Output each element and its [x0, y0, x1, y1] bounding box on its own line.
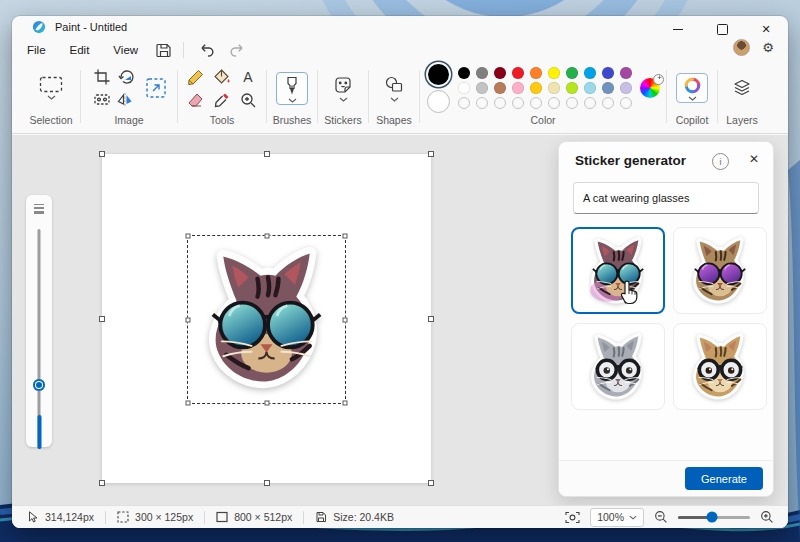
palette-color-swatch[interactable]	[494, 82, 506, 94]
sticker-result-tabby-cat-purple-sunglasses[interactable]	[673, 227, 767, 314]
account-avatar[interactable]	[733, 39, 750, 56]
selection-size-icon	[117, 511, 129, 523]
copilot-icon	[684, 77, 701, 94]
sticker-result-tabby-kitten-round-glasses[interactable]	[673, 323, 767, 410]
flip-icon[interactable]	[117, 90, 135, 108]
info-icon[interactable]: i	[712, 153, 729, 170]
canvas-resize-handle[interactable]	[428, 480, 434, 486]
zoom-in-icon[interactable]	[760, 510, 774, 524]
fill-bucket-icon[interactable]	[213, 68, 231, 86]
canvas-resize-handle[interactable]	[428, 151, 434, 157]
canvas-resize-handle[interactable]	[99, 151, 105, 157]
selection-resize-handle[interactable]	[343, 234, 348, 239]
fit-to-window-icon[interactable]	[565, 511, 580, 524]
selection-resize-handle[interactable]	[264, 401, 269, 406]
palette-empty-slot[interactable]	[494, 97, 506, 109]
background-color-swatch[interactable]	[427, 90, 450, 113]
palette-color-swatch[interactable]	[584, 82, 596, 94]
copilot-button[interactable]	[676, 73, 708, 103]
palette-color-swatch[interactable]	[476, 67, 488, 79]
redo-button[interactable]	[224, 40, 250, 60]
menu-file[interactable]: File	[18, 41, 55, 59]
palette-color-swatch[interactable]	[512, 67, 524, 79]
palette-empty-slot[interactable]	[458, 97, 470, 109]
settings-gear-icon[interactable]: ⚙	[762, 41, 774, 54]
palette-color-swatch[interactable]	[548, 82, 560, 94]
palette-empty-slot[interactable]	[584, 97, 596, 109]
palette-color-swatch[interactable]	[620, 67, 632, 79]
menubar: File Edit View ⚙	[12, 38, 788, 62]
selection-resize-handle[interactable]	[343, 317, 348, 322]
palette-color-swatch[interactable]	[530, 67, 542, 79]
palette-empty-slot[interactable]	[512, 97, 524, 109]
stickers-tool[interactable]	[333, 62, 353, 114]
selection-tool[interactable]	[39, 62, 63, 114]
palette-empty-slot[interactable]	[602, 97, 614, 109]
selection-resize-handle[interactable]	[343, 401, 348, 406]
selection-resize-handle[interactable]	[186, 401, 191, 406]
canvas-resize-handle[interactable]	[428, 316, 434, 322]
shapes-group: Shapes	[369, 62, 419, 133]
canvas-resize-handle[interactable]	[264, 151, 270, 157]
palette-empty-slot[interactable]	[620, 97, 632, 109]
sticker-selection-rect[interactable]	[187, 235, 346, 404]
canvas-resize-handle[interactable]	[264, 480, 270, 486]
palette-color-swatch[interactable]	[566, 67, 578, 79]
selection-resize-handle[interactable]	[186, 234, 191, 239]
palette-color-swatch[interactable]	[548, 67, 560, 79]
edit-colors-wheel-icon[interactable]	[640, 78, 660, 98]
palette-color-swatch[interactable]	[458, 82, 470, 94]
hand-cursor-icon	[617, 279, 639, 305]
marquee-options-icon[interactable]	[93, 90, 111, 108]
foreground-color-swatch[interactable]	[428, 64, 449, 85]
eraser-icon[interactable]	[187, 91, 205, 109]
selection-resize-handle[interactable]	[186, 317, 191, 322]
palette-color-swatch[interactable]	[458, 67, 470, 79]
palette-empty-slot[interactable]	[548, 97, 560, 109]
palette-color-swatch[interactable]	[530, 82, 542, 94]
palette-color-swatch[interactable]	[476, 82, 488, 94]
palette-color-swatch[interactable]	[602, 67, 614, 79]
save-button[interactable]	[151, 40, 177, 60]
generate-button[interactable]: Generate	[685, 467, 763, 490]
palette-color-swatch[interactable]	[602, 82, 614, 94]
eyedropper-icon[interactable]	[213, 91, 231, 109]
panel-close-icon[interactable]: ✕	[749, 152, 759, 166]
resize-icon[interactable]	[144, 76, 168, 100]
zoom-out-icon[interactable]	[654, 510, 668, 524]
stickers-group: Stickers	[318, 62, 368, 133]
palette-color-swatch[interactable]	[512, 82, 524, 94]
size-slider-track[interactable]	[38, 229, 41, 449]
palette-color-swatch[interactable]	[494, 67, 506, 79]
palette-color-swatch[interactable]	[584, 67, 596, 79]
sticker-result-gray-cat-black-glasses[interactable]	[571, 323, 665, 410]
palette-color-swatch[interactable]	[620, 82, 632, 94]
zoom-slider[interactable]	[678, 516, 750, 519]
sticker-prompt-input[interactable]	[573, 182, 759, 214]
magnifier-icon[interactable]	[239, 91, 257, 109]
palette-empty-slot[interactable]	[476, 97, 488, 109]
shapes-tool[interactable]	[384, 62, 404, 114]
selection-resize-handle[interactable]	[264, 234, 269, 239]
palette-empty-slot[interactable]	[566, 97, 578, 109]
layers-icon	[732, 78, 752, 98]
undo-button[interactable]	[194, 40, 220, 60]
zoom-level-dropdown[interactable]: 100%	[590, 508, 644, 527]
pencil-icon[interactable]	[187, 68, 205, 86]
layers-button[interactable]	[732, 62, 752, 114]
placed-cat-sticker[interactable]	[192, 240, 341, 398]
size-slider-handle[interactable]	[33, 379, 45, 391]
menu-edit[interactable]: Edit	[61, 41, 99, 59]
canvas-resize-handle[interactable]	[99, 480, 105, 486]
crop-icon[interactable]	[93, 68, 111, 86]
menu-view[interactable]: View	[104, 41, 147, 59]
drawing-canvas[interactable]	[102, 154, 431, 483]
canvas-resize-handle[interactable]	[99, 316, 105, 322]
rotate-icon[interactable]	[117, 68, 135, 86]
brushes-tool[interactable]	[276, 72, 308, 105]
text-tool-icon[interactable]: A	[239, 68, 257, 86]
zoom-slider-handle[interactable]	[707, 512, 718, 523]
canvas-size-item: 800 × 512px	[216, 511, 292, 523]
palette-color-swatch[interactable]	[566, 82, 578, 94]
palette-empty-slot[interactable]	[530, 97, 542, 109]
